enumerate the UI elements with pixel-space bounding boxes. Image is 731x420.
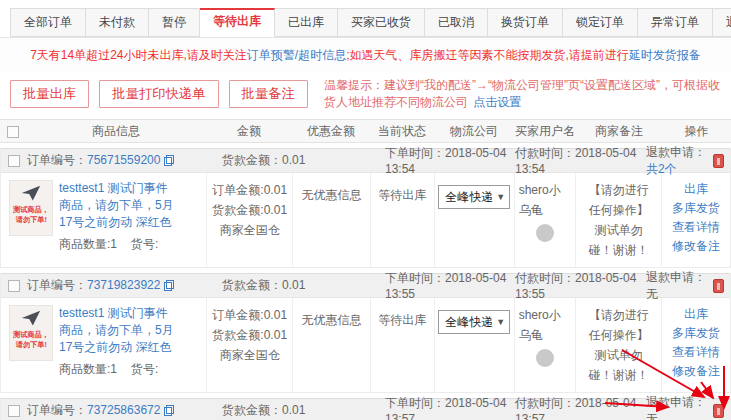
- dart-glyph-icon: [18, 183, 44, 205]
- product-cell: 测试商品， 请勿下单! testtest1 测试门事件商品，请勿下单，5月17号…: [1, 298, 206, 392]
- product-title-link[interactable]: testtest1 测试门事件商品，请勿下单，5月17号之前勿动 深红色: [59, 180, 179, 231]
- order-checkbox[interactable]: [8, 405, 20, 417]
- avatar: [536, 224, 554, 242]
- action-view-detail[interactable]: 查看详情: [672, 218, 720, 237]
- action-edit-remark[interactable]: 修改备注: [672, 362, 720, 381]
- select-all-checkbox[interactable]: [7, 126, 19, 138]
- action-multi-warehouse[interactable]: 多库发货: [672, 324, 720, 343]
- product-qty: 商品数量:1: [59, 362, 117, 376]
- order-management-page: 全部订单 未付款 暂停 等待出库 已出库 买家已收货 已取消 换货订单 锁定订单…: [0, 0, 731, 420]
- dart-glyph-icon: [18, 308, 44, 330]
- order-checkbox[interactable]: [8, 155, 20, 167]
- col-discount: 优惠金额: [292, 123, 370, 140]
- product-sku: 货号:: [131, 237, 158, 251]
- order-row: 订单编号：73719823922 货款金额：0.01 下单时间：2018-05-…: [0, 273, 731, 393]
- delivery-tip: 温馨提示：建议到“我的配送”→“物流公司管理”页“设置配送区域”，可根据收货人地…: [324, 77, 731, 111]
- tab-refunding[interactable]: 退款中: [713, 8, 731, 37]
- action-edit-remark[interactable]: 修改备注: [672, 237, 720, 256]
- tab-cancelled[interactable]: 已取消: [425, 8, 488, 37]
- table-header: 商品信息 金额 优惠金额 当前状态 物流公司 买家用户名 商家备注 操作: [0, 119, 731, 143]
- goods-amount: 货款金额:0.01: [212, 200, 287, 220]
- status-cell: 等待出库: [370, 298, 434, 392]
- product-sku: 货号:: [131, 362, 158, 376]
- order-amount: 订单金额:0.01: [212, 305, 287, 325]
- order-body: 测试商品， 请勿下单! testtest1 测试门事件商品，请勿下单，5月17号…: [1, 173, 730, 267]
- col-logistics: 物流公司: [434, 123, 514, 140]
- action-outbound[interactable]: 出库: [684, 180, 708, 199]
- pay-time-label: 付款时间：: [515, 271, 575, 285]
- buyer-cell: shero小乌龟: [514, 173, 576, 267]
- notice-text-2: ;如遇天气、库房搬迁等因素不能按期发货,请提前进行: [346, 48, 629, 62]
- product-title-link[interactable]: testtest1 测试门事件商品，请勿下单，5月17号之前勿动 深红色: [59, 305, 179, 356]
- tab-locked-orders[interactable]: 锁定订单: [563, 8, 638, 37]
- order-time-label: 下单时间：: [385, 146, 445, 160]
- tab-buyer-received[interactable]: 买家已收货: [338, 8, 425, 37]
- col-seller-remark: 商家备注: [576, 123, 662, 140]
- pay-time-label: 付款时间：: [515, 396, 575, 410]
- order-no-link[interactable]: 73719823922: [87, 278, 160, 292]
- order-no-link[interactable]: 75671559200: [87, 153, 160, 167]
- copy-icon[interactable]: [164, 280, 173, 290]
- batch-remark-button[interactable]: 批量备注: [229, 80, 308, 108]
- payment-label: 货款金额：: [222, 153, 282, 167]
- actions-cell: 出库 多库发货 查看详情 修改备注: [661, 173, 730, 267]
- discount-cell: 无优惠信息: [292, 173, 370, 267]
- action-outbound[interactable]: 出库: [684, 305, 708, 324]
- payment-label: 货款金额：: [222, 403, 282, 417]
- order-no-label: 订单编号：: [27, 403, 87, 417]
- notice-text-1: 7天有14单超过24小时未出库,请及时关注: [30, 48, 247, 62]
- order-row: 订单编号：73725863672 货款金额：0.01 下单时间：2018-05-…: [0, 398, 731, 420]
- product-image[interactable]: 测试商品， 请勿下单!: [9, 305, 53, 361]
- status-text: 等待出库: [378, 185, 426, 205]
- remark-cell: 【请勿进行任何操作】测试单勿碰！谢谢！: [575, 298, 661, 392]
- order-no-link[interactable]: 73725863672: [87, 403, 160, 417]
- tab-unpaid[interactable]: 未付款: [86, 8, 149, 37]
- overdue-notice: 7天有14单超过24小时未出库,请及时关注订单预警/超时信息;如遇天气、库房搬迁…: [0, 38, 731, 71]
- discount-cell: 无优惠信息: [292, 298, 370, 392]
- action-multi-warehouse[interactable]: 多库发货: [672, 199, 720, 218]
- warehouse: 商家全国仓: [220, 220, 280, 240]
- copy-icon[interactable]: [164, 155, 173, 165]
- delayed-shipping-report-link[interactable]: 延时发货报备: [629, 48, 701, 62]
- discount-text: 无优惠信息: [301, 185, 361, 205]
- order-warning-link[interactable]: 订单预警/超时信息: [247, 48, 346, 62]
- payment-value: 0.01: [282, 403, 305, 417]
- tab-abnormal-orders[interactable]: 异常订单: [638, 8, 713, 37]
- seller-remark-text: 【请勿进行任何操作】测试单勿碰！谢谢！: [580, 305, 657, 385]
- buyer-name: shero小乌龟: [519, 180, 572, 220]
- logistics-select[interactable]: 全峰快递 ▼: [438, 310, 510, 334]
- col-product-info: 商品信息: [26, 123, 206, 140]
- remark-cell: 【请勿进行任何操作】测试单勿碰！谢谢！: [575, 173, 661, 267]
- refund-label: 退款申请：: [646, 145, 706, 159]
- logistics-cell: 全峰快递 ▼: [434, 298, 514, 392]
- delivery-tip-text: 温馨提示：建议到“我的配送”→“物流公司管理”页“设置配送区域”，可根据收货人地…: [324, 78, 720, 109]
- buyer-name: shero小乌龟: [519, 305, 572, 345]
- product-image[interactable]: 测试商品， 请勿下单!: [9, 180, 53, 236]
- status-text: 等待出库: [378, 310, 426, 330]
- goods-amount: 货款金额:0.01: [212, 325, 287, 345]
- pay-time-label: 付款时间：: [515, 146, 575, 160]
- payment-value: 0.01: [282, 153, 305, 167]
- tab-all-orders[interactable]: 全部订单: [10, 8, 86, 37]
- refund-count-link[interactable]: 共2个: [646, 162, 677, 176]
- tab-exchange-orders[interactable]: 换货订单: [488, 8, 563, 37]
- action-view-detail[interactable]: 查看详情: [672, 343, 720, 362]
- logistics-select[interactable]: 全峰快递 ▼: [438, 185, 510, 209]
- discount-text: 无优惠信息: [301, 310, 361, 330]
- batch-outbound-button[interactable]: 批量出库: [10, 80, 89, 108]
- order-no-label: 订单编号：: [27, 278, 87, 292]
- copy-icon[interactable]: [164, 405, 173, 415]
- avatar: [536, 349, 554, 367]
- order-checkbox[interactable]: [8, 280, 20, 292]
- thumb-warning-line2: 请勿下单!: [15, 341, 46, 350]
- batch-print-button[interactable]: 批量打印快递单: [99, 80, 218, 108]
- tab-outbound[interactable]: 已出库: [275, 8, 338, 37]
- tab-waiting-outbound[interactable]: 等待出库: [200, 8, 275, 37]
- status-cell: 等待出库: [370, 173, 434, 267]
- click-setting-link[interactable]: 点击设置: [473, 95, 521, 109]
- col-actions: 操作: [662, 123, 731, 140]
- amount-cell: 订单金额:0.01 货款金额:0.01 商家全国仓: [206, 173, 292, 267]
- product-qty: 商品数量:1: [59, 237, 117, 251]
- tab-paused[interactable]: 暂停: [149, 8, 200, 37]
- order-amount: 订单金额:0.01: [212, 180, 287, 200]
